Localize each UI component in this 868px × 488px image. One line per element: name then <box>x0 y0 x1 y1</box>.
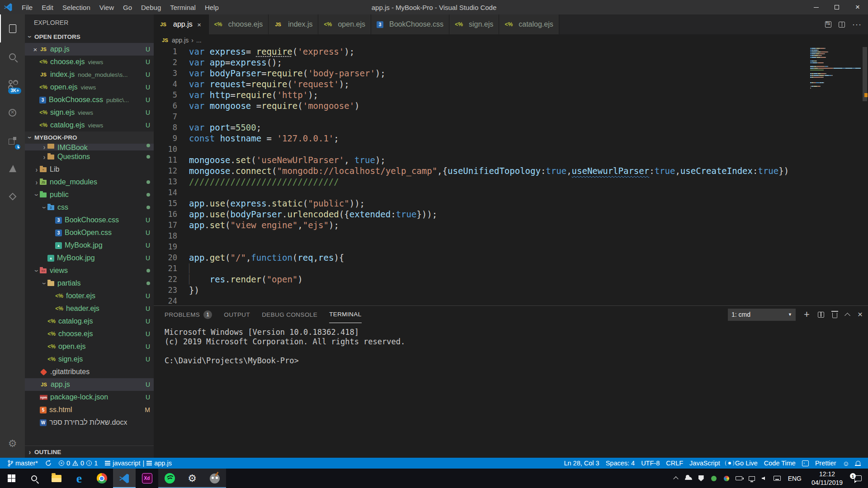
kill-terminal-icon[interactable] <box>832 313 837 318</box>
open-changes-icon[interactable] <box>825 21 831 28</box>
tab-catalog.ejs[interactable]: <%catalog.ejs <box>499 14 559 34</box>
status-ln-28-col-3[interactable]: Ln 28, Col 3 <box>561 458 602 469</box>
tree-item[interactable]: <%header.ejsU <box>25 302 154 315</box>
panel-tab-terminal[interactable]: TERMINAL <box>329 306 361 323</box>
problems-status[interactable]: ×0 0 i1 <box>56 458 101 469</box>
tree-item[interactable]: .gitattributes <box>25 366 154 378</box>
battery-icon[interactable] <box>733 469 745 488</box>
manage-button[interactable]: ⚙ <box>0 430 25 458</box>
tree-item[interactable]: ›JSnode_modules <box>25 176 154 188</box>
status-code-time[interactable]: Code Time <box>761 458 799 469</box>
language-indicator[interactable]: ENG <box>783 475 806 482</box>
taskbar-app-taskbar-search[interactable] <box>23 469 45 488</box>
menu-view[interactable]: View <box>95 0 118 14</box>
taskbar-app-adobe-xd[interactable]: Xd <box>136 469 158 488</box>
code-editor[interactable]: 1var express= require('express');2var ap… <box>154 46 868 305</box>
status-notifications[interactable] <box>853 458 863 469</box>
taskbar-app-start[interactable] <box>0 469 23 488</box>
tab-app.js[interactable]: JSapp.js× <box>154 14 209 34</box>
open-editor-item[interactable]: <%open.ejsviewsU <box>25 81 154 94</box>
tree-item[interactable]: <%sign.ejsU <box>25 353 154 366</box>
tree-item[interactable]: <%open.ejsU <box>25 340 154 353</box>
new-terminal-icon[interactable]: + <box>804 309 810 320</box>
split-editor-icon[interactable] <box>839 22 845 28</box>
volume-icon[interactable] <box>758 469 771 488</box>
minimap[interactable] <box>810 46 861 91</box>
tab-open.ejs[interactable]: <%open.ejs <box>318 14 371 34</box>
tree-item[interactable]: Wשאלות לבחירת ספר.docx <box>25 416 154 429</box>
taskbar-app-edge[interactable]: e <box>68 469 90 488</box>
menu-file[interactable]: File <box>17 0 37 14</box>
status-crlf[interactable]: CRLF <box>663 458 686 469</box>
tree-item[interactable]: ›partials <box>25 277 154 290</box>
open-editor-item[interactable]: 3BookChoose.csspublic\...U <box>25 94 154 106</box>
taskbar-clock[interactable]: 12:12 04/11/2019 <box>806 470 848 487</box>
shield-icon[interactable] <box>695 469 708 488</box>
close-panel-icon[interactable]: × <box>858 310 863 319</box>
status-feedback[interactable]: ☺ <box>840 458 853 469</box>
open-editor-item[interactable]: <%catalog.ejsviewsU <box>25 119 154 131</box>
taskbar-app-file-explorer[interactable] <box>45 469 68 488</box>
menu-edit[interactable]: Edit <box>37 0 58 14</box>
menu-debug[interactable]: Debug <box>137 0 165 14</box>
tree-item[interactable]: ›3css <box>25 201 154 214</box>
sidebar-item-debug[interactable] <box>0 99 25 127</box>
sidebar-item-azure[interactable] <box>0 155 25 183</box>
sidebar-item-explorer[interactable] <box>0 14 25 42</box>
keyboard-icon[interactable] <box>771 469 783 488</box>
tree-item[interactable]: ›<>views <box>25 264 154 277</box>
action-center-button[interactable]: 1 <box>848 475 868 481</box>
network-icon[interactable] <box>745 469 758 488</box>
chevron-up-icon[interactable] <box>670 469 682 488</box>
panel-tab-output[interactable]: OUTPUT <box>224 306 250 323</box>
open-editors-header[interactable]: › OPEN EDITORS <box>25 31 154 43</box>
tree-item[interactable]: <%catalog.ejsU <box>25 315 154 328</box>
tree-item[interactable]: ▲MyBook.jpgU <box>25 252 154 264</box>
outline-section-header[interactable]: › OUTLINE <box>25 446 154 458</box>
menu-selection[interactable]: Selection <box>58 0 95 14</box>
color-status-icon[interactable] <box>720 469 733 488</box>
taskbar-app-vscode[interactable] <box>113 469 136 488</box>
tree-item[interactable]: JSapp.jsU <box>25 378 154 391</box>
tab-sign.ejs[interactable]: <%sign.ejs <box>449 14 499 34</box>
open-editor-item[interactable]: ×JSapp.jsU <box>25 43 154 56</box>
menu-terminal[interactable]: Terminal <box>165 0 200 14</box>
split-terminal-icon[interactable] <box>818 312 824 318</box>
sidebar-item-extensions[interactable] <box>0 127 25 155</box>
tab-index.js[interactable]: JSindex.js <box>269 14 318 34</box>
codetime-file-status[interactable]: javascript | app.js <box>102 458 175 469</box>
tab-choose.ejs[interactable]: <%choose.ejs <box>209 14 269 34</box>
green-status-icon[interactable] <box>708 469 720 488</box>
open-editor-item[interactable]: JSindex.jsnode_modules\s...U <box>25 68 154 81</box>
open-editor-item[interactable]: <%choose.ejsviewsU <box>25 56 154 68</box>
tab-BookChoose.css[interactable]: 3BookChoose.css <box>371 14 449 34</box>
sidebar-item-tools[interactable] <box>0 183 25 211</box>
taskbar-app-spotify[interactable] <box>158 469 181 488</box>
panel-tab-debug-console[interactable]: DEBUG CONSOLE <box>262 306 317 323</box>
tree-item[interactable]: <%footer.ejsU <box>25 290 154 302</box>
close-icon[interactable]: × <box>31 46 39 53</box>
minimize-button[interactable] <box>806 0 826 14</box>
close-icon[interactable]: × <box>196 21 203 28</box>
git-branch-status[interactable]: master* <box>5 458 41 469</box>
status-prettier[interactable]: Prettier <box>812 458 840 469</box>
menu-help[interactable]: Help <box>200 0 223 14</box>
taskbar-app-gimp[interactable] <box>203 469 226 488</box>
tree-item[interactable]: 5ss.htmlM <box>25 404 154 416</box>
tree-item[interactable]: ▲MyBook.jpgU <box>25 239 154 252</box>
editor-scrollbar[interactable] <box>862 46 868 305</box>
sync-status[interactable] <box>42 458 55 469</box>
more-actions-icon[interactable]: ··· <box>852 20 862 29</box>
breadcrumb[interactable]: JS app.js › ... <box>154 34 868 46</box>
status-javascript[interactable]: JavaScript <box>686 458 723 469</box>
status-go-live[interactable]: Go Live <box>723 458 761 469</box>
tree-item[interactable]: npmpackage-lock.jsonU <box>25 391 154 404</box>
maximize-button[interactable] <box>826 0 847 14</box>
tree-item[interactable]: ›IMGBook <box>25 144 154 150</box>
open-editor-item[interactable]: <%sign.ejsviewsU <box>25 106 154 119</box>
tree-item[interactable]: ›Questions <box>25 150 154 163</box>
tree-item[interactable]: ›≡Lib <box>25 163 154 176</box>
maximize-panel-icon[interactable] <box>844 313 850 319</box>
tree-item[interactable]: <%choose.ejsU <box>25 328 154 340</box>
close-button[interactable]: × <box>847 0 868 14</box>
